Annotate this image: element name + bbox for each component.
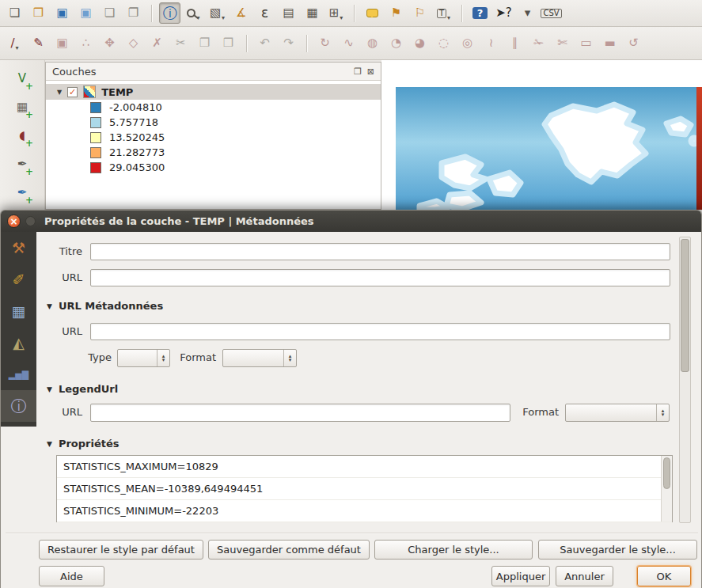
redo-icon[interactable]: ↷ (278, 32, 299, 54)
measure-icon[interactable]: ∡ (230, 2, 252, 24)
apply-button[interactable]: Appliquer (491, 566, 550, 586)
save-project-icon[interactable]: ▣ (51, 2, 73, 24)
new-project-icon[interactable]: ❏ (4, 2, 25, 24)
tab-histogram[interactable]: ▂▅▇ (1, 358, 36, 390)
current-edits-icon[interactable]: ∕▾ (4, 32, 25, 54)
help-icon[interactable]: ? (469, 2, 491, 24)
raster-calculator-icon[interactable]: ▦ (302, 2, 323, 24)
legend-class-row[interactable]: 29.045300 (46, 160, 381, 175)
text-annotation-icon[interactable]: T▾ (433, 2, 454, 24)
undo-icon[interactable]: ↶ (254, 32, 275, 54)
add-csv-layer-icon[interactable]: CSV (541, 2, 562, 24)
metadata-url-input[interactable] (90, 323, 670, 340)
window-close-button[interactable]: × (7, 214, 21, 228)
offset-curve-icon[interactable]: ∥ (504, 32, 526, 54)
save-as-default-style-button[interactable]: Sauvegarder comme défaut (208, 540, 370, 560)
data-grid-icon[interactable]: ⊞▾ (325, 2, 347, 24)
open-project-icon[interactable]: ❒ (28, 2, 49, 24)
panel-close-icon[interactable]: ⊠ (367, 66, 374, 77)
dialog-scrollbar-thumb[interactable] (681, 239, 689, 372)
map-canvas[interactable] (381, 60, 702, 210)
tab-general[interactable]: ⚒ (1, 232, 36, 264)
help-button[interactable]: Aide (39, 566, 104, 586)
fill-ring-icon[interactable]: ◕ (409, 32, 431, 54)
reshape-features-icon[interactable]: ≀ (480, 32, 502, 54)
metadata-format-select[interactable]: ▴▾ (222, 349, 297, 367)
node-tool-icon[interactable]: ◇ (123, 32, 144, 54)
ok-button[interactable]: OK (637, 566, 691, 586)
tab-metadata[interactable]: ⓘ (1, 390, 36, 422)
paste-features-icon[interactable]: ❒ (218, 32, 239, 54)
window-menu-button[interactable] (25, 216, 36, 226)
add-postgis-layer-icon[interactable]: ◖+ (10, 123, 34, 147)
maptips-icon[interactable] (362, 2, 383, 24)
save-project-as-icon[interactable]: ▣ (75, 2, 97, 24)
dialog-titlebar[interactable]: × Propriétés de la couche - TEMP | Métad… (1, 211, 701, 232)
property-row[interactable]: STATISTICS_MEAN=-10389,649494451 (57, 478, 672, 500)
statistics-icon[interactable]: ε (254, 2, 275, 24)
cancel-button[interactable]: Annuler (556, 566, 613, 586)
select-features-icon[interactable]: ▧▾ (207, 2, 228, 24)
delete-ring-icon[interactable]: ◌ (433, 32, 454, 54)
zoom-icon[interactable]: ▾ (183, 2, 204, 24)
dialog-scrollbar[interactable] (679, 237, 691, 523)
identify-icon[interactable]: ⓘ (159, 2, 180, 24)
tab-pyramids[interactable]: ◭ (1, 327, 36, 358)
section-legend-url[interactable]: ▼ LegendUrl (47, 383, 118, 395)
toolbar-overflow-icon[interactable]: ▾ (517, 2, 538, 24)
legend-class-row[interactable]: 5.757718 (46, 115, 381, 130)
list-scrollbar-thumb[interactable] (663, 457, 670, 489)
composer-manager-icon[interactable]: ❐ (123, 2, 144, 24)
copy-features-icon[interactable]: ❐ (194, 32, 215, 54)
legend-format-select[interactable]: ▴▾ (565, 404, 670, 422)
add-spatialite-layer-icon[interactable]: ✒+ (10, 152, 34, 176)
panel-float-icon[interactable]: ❐ (354, 66, 362, 77)
tab-style[interactable]: ✐ (1, 264, 36, 295)
split-features-icon[interactable]: ✁ (528, 32, 549, 54)
section-properties[interactable]: ▼ Propriétés (47, 438, 120, 450)
split-parts-icon[interactable]: ✄ (552, 32, 573, 54)
capture-point-icon[interactable]: ∴ (75, 32, 97, 54)
section-url-metadata[interactable]: ▼ URL Métadonnées (47, 300, 163, 312)
property-row[interactable]: STATISTICS_MINIMUM=-22203 (57, 500, 672, 522)
restore-default-style-button[interactable]: Restaurer le style par défaut (39, 540, 203, 560)
save-style-button[interactable]: Sauvegarder le style... (538, 540, 697, 560)
attribute-table-icon[interactable]: ▤ (278, 2, 299, 24)
tab-transparency[interactable]: ▦ (1, 295, 36, 327)
whats-this-icon[interactable]: ➤? (493, 2, 514, 24)
rotate-point-symbols-icon[interactable]: ↺ (623, 32, 644, 54)
add-part-icon[interactable]: ◔ (385, 32, 407, 54)
delete-part-icon[interactable]: ◎ (457, 32, 478, 54)
move-feature-icon[interactable]: ✥ (99, 32, 120, 54)
add-ring-icon[interactable]: ◍ (362, 32, 383, 54)
cut-features-icon[interactable]: ✂ (170, 32, 192, 54)
show-bookmarks-icon[interactable]: ⚐ (409, 2, 431, 24)
add-wfs-layer-icon[interactable]: ✒+ (10, 180, 34, 204)
load-style-button[interactable]: Charger le style... (374, 540, 533, 560)
property-row[interactable]: STATISTICS_MAXIMUM=10829 (57, 456, 672, 478)
save-edits-icon[interactable]: ▣ (51, 32, 73, 54)
title-input[interactable] (90, 243, 670, 260)
merge-features-icon[interactable]: ▭ (575, 32, 597, 54)
expander-icon[interactable]: ▼ (57, 89, 62, 96)
layer-row-temp[interactable]: ▼ ✓ TEMP (46, 84, 381, 100)
type-select[interactable]: ▴▾ (117, 349, 170, 367)
legend-class-row[interactable]: 13.520245 (46, 130, 381, 145)
rotate-feature-icon[interactable]: ↻ (314, 32, 336, 54)
new-bookmark-icon[interactable]: ⚑ (385, 2, 407, 24)
add-raster-layer-icon[interactable]: ▦+ (10, 95, 34, 119)
legend-class-row[interactable]: 21.282773 (46, 145, 381, 160)
add-vector-layer-icon[interactable]: V+ (10, 66, 34, 90)
merge-attributes-icon[interactable]: ▬ (599, 32, 620, 54)
list-scrollbar[interactable] (661, 456, 672, 522)
toggle-editing-icon[interactable]: ✎ (28, 32, 49, 54)
layer-visibility-checkbox[interactable]: ✓ (67, 87, 78, 97)
new-composer-icon[interactable]: ❏ (99, 2, 120, 24)
legend-url-input[interactable] (90, 404, 510, 422)
composer-manager-icon-glyph: ❐ (128, 7, 139, 19)
delete-selected-icon[interactable]: ✗ (146, 32, 168, 54)
legend-class-row[interactable]: -2.004810 (46, 100, 381, 115)
url-input[interactable] (90, 269, 670, 286)
section-legend-url-label: LegendUrl (59, 383, 118, 395)
simplify-feature-icon[interactable]: ∿ (338, 32, 359, 54)
